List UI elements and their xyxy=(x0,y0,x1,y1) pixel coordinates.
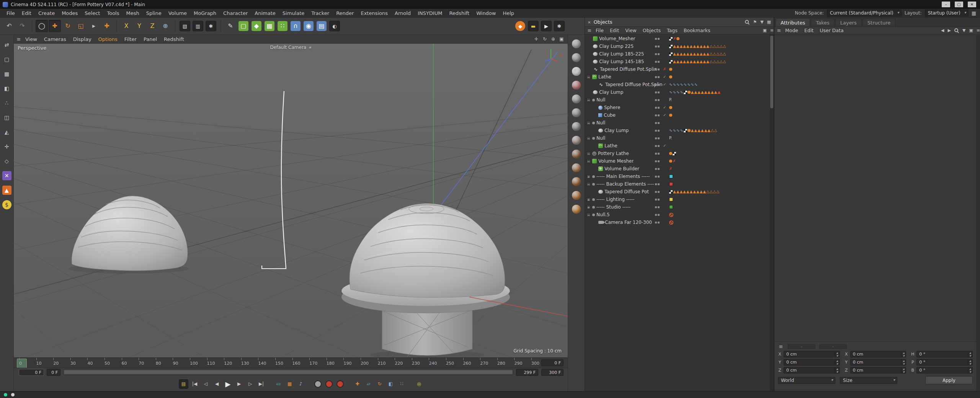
material-sphere[interactable] xyxy=(572,205,581,214)
tri-tag-icon[interactable]: ▲ xyxy=(711,90,714,94)
visibility-dots[interactable] xyxy=(655,69,660,70)
tri-tag-icon[interactable]: ▲ xyxy=(693,44,696,48)
lock-z-axis-button[interactable]: Z xyxy=(146,20,158,32)
menu-window[interactable]: Window xyxy=(473,10,499,16)
stepper-up-icon[interactable]: ▲ xyxy=(903,351,905,354)
visibility-dots[interactable] xyxy=(655,206,660,208)
enabled-state-icon[interactable]: ✓ xyxy=(663,144,666,148)
add-object-tool[interactable]: ✚ xyxy=(101,20,113,32)
tri-tag-icon[interactable]: ▲ xyxy=(690,44,693,48)
tree-expander-icon[interactable]: − xyxy=(586,136,591,140)
viewport-menu-icon[interactable] xyxy=(16,36,22,42)
spline-tag-icon[interactable]: ∿ xyxy=(680,83,683,86)
visibility-dots[interactable] xyxy=(655,130,660,132)
tri-o-tag-icon[interactable]: △ xyxy=(711,129,714,132)
spline-tag-icon[interactable]: ∿ xyxy=(669,129,672,132)
stepper-up-icon[interactable]: ▲ xyxy=(903,359,905,362)
checker-tag-icon[interactable] xyxy=(669,37,673,41)
model-mode-button[interactable]: ▢ xyxy=(2,54,12,65)
tri-tag-icon[interactable]: ▲ xyxy=(700,60,703,64)
object-name[interactable]: Pottery Lathe xyxy=(598,151,629,156)
tri-tag-icon[interactable]: ▲ xyxy=(686,52,689,56)
stepper-icon[interactable]: ▲▼ xyxy=(835,351,840,357)
list-options-icon[interactable]: ≡ xyxy=(770,28,774,33)
tri-tag-icon[interactable]: ▲ xyxy=(696,60,699,64)
zoom-view-icon[interactable]: ⊕ xyxy=(550,36,556,42)
object-row[interactable]: Clay Lump∿∿∿∿▲▲▲▲▲▲△△ xyxy=(585,127,770,134)
tree-expander-icon[interactable]: + xyxy=(586,197,591,202)
scrollbar-thumb[interactable] xyxy=(770,36,773,108)
spline-tag-icon[interactable]: ∿ xyxy=(694,83,697,86)
tri-tag-icon[interactable]: ▲ xyxy=(696,52,699,56)
render-visibility-dot[interactable] xyxy=(658,122,660,124)
coord-header-left[interactable]: – xyxy=(788,344,815,349)
record-parameter-button[interactable]: ◧ xyxy=(385,379,396,389)
render-visibility-dot[interactable] xyxy=(658,137,660,139)
tri-tag-icon[interactable]: ▲ xyxy=(703,44,706,48)
stepper-icon[interactable]: ▲▼ xyxy=(901,367,906,373)
editor-visibility-dot[interactable] xyxy=(655,206,657,208)
snap-button[interactable]: ◇ xyxy=(2,156,12,166)
material-sphere[interactable] xyxy=(572,81,581,90)
tri-tag-icon[interactable]: ▲ xyxy=(690,52,693,56)
tri-o-tag-icon[interactable]: △ xyxy=(706,190,709,194)
enabled-state-icon[interactable]: ✓ xyxy=(663,113,666,117)
tri-tag-icon[interactable]: ▲ xyxy=(673,60,676,64)
viewport-menu-options[interactable]: Options xyxy=(95,36,121,42)
spline-tag-icon[interactable]: ∿ xyxy=(687,83,690,86)
object-name[interactable]: Sphere xyxy=(604,105,620,110)
current-frame-field[interactable]: 0 F xyxy=(541,359,564,366)
enabled-state-icon[interactable]: ✓ xyxy=(663,75,666,79)
enabled-state-icon[interactable]: ✓ xyxy=(663,83,666,86)
coord-size-y-field[interactable]: 0 cm▲▼ xyxy=(850,359,906,365)
object-name[interactable]: Null xyxy=(596,135,605,141)
menu-animate[interactable]: Animate xyxy=(251,10,279,16)
tri-o-tag-icon[interactable]: △ xyxy=(710,190,713,194)
editor-visibility-dot[interactable] xyxy=(655,69,657,70)
range-start-field[interactable]: 0 F xyxy=(19,369,44,376)
layer-yellow-tag-icon[interactable] xyxy=(669,197,673,201)
coord-position-y-field[interactable]: 0 cm▲▼ xyxy=(784,359,840,365)
object-name[interactable]: Volume_Mesher xyxy=(599,36,635,41)
coordinates-menu-icon[interactable] xyxy=(778,344,784,349)
stepper-up-icon[interactable]: ▲ xyxy=(836,359,838,362)
objects-menu-file[interactable]: File xyxy=(593,28,607,33)
render-visibility-dot[interactable] xyxy=(658,130,660,132)
stepper-up-icon[interactable]: ▲ xyxy=(836,351,838,354)
stepper-down-icon[interactable]: ▼ xyxy=(836,370,838,373)
layout-dropdown[interactable]: Startup (User) xyxy=(925,10,969,16)
objects-menu-objects[interactable]: Objects xyxy=(640,28,664,33)
stepper-icon[interactable]: ▲▼ xyxy=(835,359,840,365)
stepper-down-icon[interactable]: ▼ xyxy=(903,362,905,365)
search-icon[interactable] xyxy=(954,28,959,33)
environment-button[interactable]: ◐ xyxy=(328,20,341,32)
object-name[interactable]: ----- Main Elements ----- xyxy=(596,174,650,179)
search-icon[interactable] xyxy=(745,20,750,24)
tab-structure[interactable]: Structure xyxy=(862,18,895,26)
spline-tag-icon[interactable]: ∿ xyxy=(673,83,676,86)
tri-tag-icon[interactable]: ▲ xyxy=(696,190,699,194)
tri-tag-icon[interactable]: ▲ xyxy=(683,44,686,48)
xmark-tag-icon[interactable]: ✗ xyxy=(673,159,676,163)
tri-tag-icon[interactable]: ▲ xyxy=(673,190,676,194)
editor-visibility-dot[interactable] xyxy=(655,160,657,162)
tri-tag-icon[interactable]: ▲ xyxy=(700,52,703,56)
spline-tag-icon[interactable]: ∿ xyxy=(684,83,687,86)
layer-cyan-tag-icon[interactable] xyxy=(669,175,673,178)
spline-tag-icon[interactable]: ∿ xyxy=(676,83,679,86)
visibility-dots[interactable] xyxy=(655,107,660,109)
tri-tag-icon[interactable]: ▲ xyxy=(686,190,689,194)
visibility-dots[interactable] xyxy=(655,114,660,116)
editor-visibility-dot[interactable] xyxy=(655,176,657,178)
dot-tag-icon[interactable] xyxy=(669,160,672,163)
coordinate-system-button[interactable]: ⊕ xyxy=(159,20,172,32)
record-position-button[interactable]: ✚ xyxy=(352,379,363,389)
tri-tag-icon[interactable]: ▲ xyxy=(700,190,703,194)
workplane-mode-button[interactable]: ◧ xyxy=(2,83,12,94)
visibility-dots[interactable] xyxy=(655,99,660,101)
object-row[interactable]: +----- Lighting ----- xyxy=(585,196,770,203)
render-visibility-dot[interactable] xyxy=(658,38,660,40)
tri-o-tag-icon[interactable]: △ xyxy=(713,52,716,56)
dot-tag-icon[interactable] xyxy=(669,106,672,109)
object-row[interactable]: Clay Lump 225▲▲▲▲▲▲▲▲▲▲▲△△△△△ xyxy=(585,42,770,50)
